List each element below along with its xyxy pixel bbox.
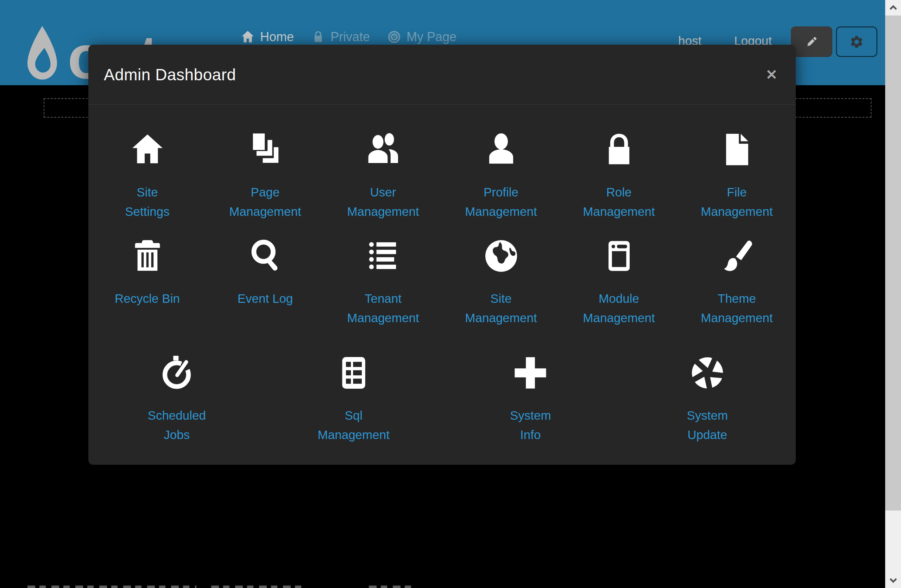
tile-row: Site Settings Page Management (88, 131, 796, 221)
tile-event-log[interactable]: Event Log (206, 237, 324, 328)
tile-label: Role Management (583, 182, 655, 221)
scroll-up-button[interactable] (885, 0, 901, 16)
tile-label: Event Log (238, 289, 293, 308)
control-panel-button[interactable] (836, 27, 878, 57)
tile-label: File Management (701, 182, 773, 221)
chevron-up-icon (889, 3, 898, 12)
nav-item-private[interactable]: Private (311, 30, 370, 44)
tile-profile-management[interactable]: Profile Management (442, 131, 560, 221)
browser-icon (600, 237, 638, 275)
tile-tenant-management[interactable]: Tenant Management (324, 237, 442, 328)
tile-label: System Info (510, 406, 551, 445)
admin-tile-grid: Site Settings Page Management (88, 104, 796, 445)
tile-user-management[interactable]: User Management (324, 131, 442, 221)
tile-label: Scheduled Jobs (148, 406, 206, 445)
tile-system-info[interactable]: System Info (442, 354, 619, 445)
tile-theme-management[interactable]: Theme Management (678, 237, 796, 328)
tile-file-management[interactable]: File Management (678, 131, 796, 221)
lock-icon (311, 30, 326, 44)
home-icon (240, 30, 255, 44)
tile-label: System Update (687, 406, 728, 445)
main-nav: Home Private My Page (240, 30, 457, 44)
magnifier-icon (247, 237, 284, 275)
trash-icon (129, 237, 166, 275)
person-icon (483, 131, 520, 168)
admin-dashboard-modal: Admin Dashboard ✕ Site Settings P (88, 45, 796, 465)
scrollbar-thumb[interactable] (885, 16, 901, 510)
tile-label: Site Settings (125, 182, 169, 221)
tile-scheduled-jobs[interactable]: Scheduled Jobs (88, 354, 265, 445)
edit-mode-button[interactable] (791, 27, 832, 57)
tile-site-management[interactable]: Site Management (442, 237, 560, 328)
tile-label: Page Management (229, 182, 301, 221)
cutoff-footer-fragment (211, 585, 303, 588)
brush-icon (718, 237, 756, 275)
tile-label: Sql Management (318, 406, 390, 445)
tile-system-update[interactable]: System Update (619, 354, 796, 445)
tile-label: Tenant Management (347, 289, 419, 328)
gear-icon (849, 34, 864, 49)
tile-row: Scheduled Jobs Sql Management System (88, 354, 796, 445)
close-icon[interactable]: ✕ (763, 66, 780, 83)
nav-label: Home (260, 30, 294, 44)
cutoff-footer-fragment (28, 585, 196, 588)
layers-icon (247, 131, 284, 168)
chevron-down-icon (889, 576, 898, 585)
tile-row: Recycle Bin Event Log Te (88, 237, 796, 328)
target-icon (387, 30, 402, 44)
medical-cross-icon (512, 354, 549, 391)
tile-label: Theme Management (701, 289, 773, 328)
modal-header: Admin Dashboard ✕ (88, 45, 796, 104)
lock-icon (600, 131, 638, 168)
nav-item-home[interactable]: Home (240, 30, 294, 44)
list-icon (365, 237, 402, 275)
droplet-logo-icon (25, 26, 60, 84)
tile-page-management[interactable]: Page Management (206, 131, 324, 221)
spreadsheet-icon (335, 354, 373, 391)
home-icon (129, 131, 166, 168)
tile-label: User Management (347, 182, 419, 221)
globe-icon (483, 237, 520, 275)
nav-label: My Page (407, 30, 457, 44)
cutoff-footer-fragment (369, 585, 415, 588)
file-icon (718, 131, 756, 168)
people-icon (365, 131, 402, 168)
timer-icon (158, 354, 195, 391)
tile-label: Recycle Bin (115, 289, 180, 308)
nav-item-my-page[interactable]: My Page (387, 30, 457, 44)
tile-label: Module Management (583, 289, 655, 328)
aperture-icon (689, 354, 726, 391)
tile-label: Profile Management (465, 182, 537, 221)
tile-module-management[interactable]: Module Management (560, 237, 678, 328)
pencil-icon (804, 35, 818, 49)
modal-title: Admin Dashboard (104, 65, 236, 84)
scroll-down-button[interactable] (885, 572, 901, 588)
tile-role-management[interactable]: Role Management (560, 131, 678, 221)
tile-site-settings[interactable]: Site Settings (88, 131, 206, 221)
tile-recycle-bin[interactable]: Recycle Bin (88, 237, 206, 328)
tile-sql-management[interactable]: Sql Management (265, 354, 443, 445)
tile-label: Site Management (465, 289, 537, 328)
nav-label: Private (330, 30, 370, 44)
vertical-scrollbar[interactable] (885, 0, 901, 588)
